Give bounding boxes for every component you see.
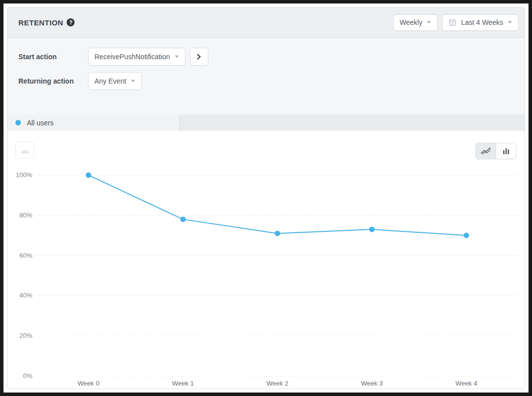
help-icon[interactable]: ? — [67, 18, 75, 26]
y-tick-label: 100% — [16, 171, 33, 179]
page-title: RETENTION — [18, 18, 63, 27]
data-point[interactable] — [180, 216, 186, 222]
start-action-row: Start action ReceivePushNotification — [18, 48, 525, 66]
start-action-label: Start action — [18, 53, 88, 61]
expand-step-button[interactable] — [190, 48, 208, 66]
chevron-right-icon — [195, 53, 202, 60]
chevron-down-icon — [508, 21, 512, 24]
segment-color-dot — [15, 120, 21, 125]
x-tick-label: Week 1 — [172, 380, 194, 387]
panel-header: RETENTION ? Weekly — [7, 7, 525, 38]
chart-section: 0%20%40%60%80%100%Week 0Week 1Week 2Week… — [7, 131, 525, 389]
data-point[interactable] — [275, 231, 280, 236]
filters-section: Start action ReceivePushNotification — [7, 38, 525, 114]
y-tick-label: 80% — [19, 211, 32, 219]
retention-panel: RETENTION ? Weekly — [7, 7, 525, 389]
returning-action-row: Returning action Any Event — [18, 72, 525, 90]
segment-tab-label: All users — [27, 119, 54, 127]
date-range-dropdown-label: Last 4 Weeks — [461, 18, 503, 26]
chevron-down-icon — [131, 80, 135, 83]
chevron-down-icon — [427, 21, 431, 24]
x-tick-label: Week 2 — [266, 380, 288, 387]
granularity-dropdown-label: Weekly — [400, 18, 423, 26]
data-point[interactable] — [86, 173, 91, 178]
start-action-dropdown[interactable]: ReceivePushNotification — [88, 48, 185, 66]
segment-tab-all-users[interactable]: All users — [7, 114, 179, 131]
segment-tabstrip: All users — [7, 114, 525, 131]
y-tick-label: 20% — [19, 332, 32, 339]
returning-action-label: Returning action — [18, 77, 88, 85]
x-tick-label: Week 0 — [78, 380, 99, 387]
y-tick-label: 60% — [19, 252, 32, 259]
data-point[interactable] — [464, 233, 469, 238]
calendar-icon — [448, 18, 456, 26]
data-point[interactable] — [369, 227, 375, 232]
returning-action-value: Any Event — [94, 77, 126, 85]
start-action-value: ReceivePushNotification — [94, 53, 170, 61]
y-tick-label: 0% — [23, 372, 32, 380]
app-frame: RETENTION ? Weekly — [0, 0, 532, 396]
retention-line-chart: 0%20%40%60%80%100%Week 0Week 1Week 2Week… — [7, 131, 525, 389]
retention-line — [89, 175, 466, 235]
returning-action-dropdown[interactable]: Any Event — [88, 72, 142, 90]
y-tick-label: 40% — [19, 292, 32, 299]
date-range-dropdown[interactable]: Last 4 Weeks — [442, 14, 519, 31]
x-tick-label: Week 4 — [455, 380, 477, 387]
granularity-dropdown[interactable]: Weekly — [393, 14, 438, 31]
chevron-down-icon — [175, 55, 179, 58]
x-tick-label: Week 3 — [361, 380, 383, 387]
